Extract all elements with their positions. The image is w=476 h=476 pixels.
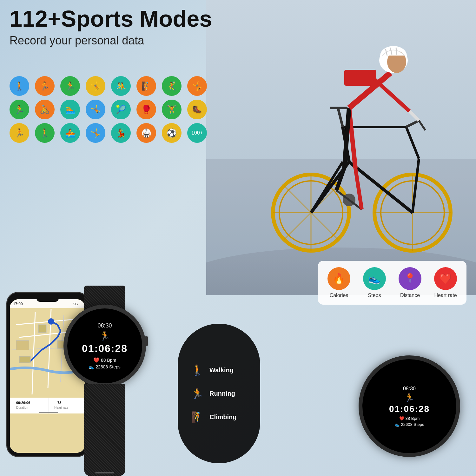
- sport-icon-more: 100+: [187, 123, 207, 143]
- stat-distance: 📍 Distance: [399, 267, 421, 298]
- stat-steps: 👟 Steps: [363, 267, 386, 298]
- watch-steps: 👟 22608 Steps: [89, 364, 121, 369]
- sport-icon-sprint: 🏃: [10, 123, 29, 143]
- sport-icon-flex: 🤸: [86, 100, 105, 119]
- svg-rect-52: [19, 356, 30, 363]
- watch2-bpm-value: 88 Bpm: [406, 416, 420, 421]
- stats-row: 🔥 Calories 👟 Steps 📍 Distance ❤️ Heart r…: [318, 261, 466, 305]
- svg-text:17:00: 17:00: [13, 302, 23, 306]
- activity-running: 🏃 Running: [184, 387, 254, 400]
- activity-walking: 🚶 Walking: [184, 363, 254, 377]
- sport-icon-walk2: 🚶: [35, 123, 55, 143]
- cyclist-photo: [206, 0, 476, 295]
- page-title: 112+Sports Modes: [10, 6, 212, 31]
- sport-icon-run2: 🏃: [10, 100, 29, 119]
- heart-rate-icon-circle: ❤️: [434, 267, 457, 290]
- watch-second-screen: 08:30 🏃 01:06:28 ❤️ 88 Bpm 👟 22608 Steps: [362, 359, 456, 453]
- sport-icon-soccer: ⚽: [162, 123, 182, 143]
- svg-text:Duration: Duration: [16, 406, 28, 409]
- watch2-bpm: ❤️ 88 Bpm: [399, 416, 420, 421]
- sports-icons-grid: 🚶 🏃 🏃 🤸 🤼 🧗 🤾 🤸 🏃 🚴 🏊 🤸 🎾 🥊 🏋️ 🥾 🏃 🚶 🚣 🤸…: [10, 76, 209, 143]
- distance-label: Distance: [400, 293, 420, 298]
- running-label: Running: [209, 390, 235, 397]
- sport-icon-hike: 🥾: [187, 100, 207, 119]
- steps-icon-circle: 👟: [363, 267, 386, 290]
- calories-label: Calories: [330, 293, 348, 298]
- watch-second-case: 08:30 🏃 01:06:28 ❤️ 88 Bpm 👟 22608 Steps: [359, 355, 460, 457]
- watch-bpm: ❤️ 88 Bpm: [93, 357, 116, 363]
- svg-text:00:26:06: 00:26:06: [16, 401, 30, 405]
- watch-duration: 01:06:28: [82, 343, 128, 354]
- watch-band-bottom: [84, 384, 125, 476]
- climbing-icon: 🧗: [190, 410, 204, 424]
- watch2-time: 08:30: [403, 386, 416, 392]
- sport-icon-sport1: 🤾: [162, 76, 182, 96]
- cyclist-svg: [206, 0, 476, 295]
- stat-calories: 🔥 Calories: [327, 267, 350, 298]
- climbing-label: Climbing: [209, 413, 237, 421]
- sport-icon-tennis: 🎾: [111, 100, 131, 119]
- sport-icon-cycling: 🚴: [35, 100, 55, 119]
- watch-second: 08:30 🏃 01:06:28 ❤️ 88 Bpm 👟 22608 Steps: [359, 355, 466, 463]
- sport-icon-row: 🚣: [60, 123, 80, 143]
- watch-steps-value: 22608 Steps: [96, 364, 121, 369]
- watch-screen: 08:30 🏃 01:06:28 ❤️ 88 Bpm 👟 22608 Steps: [67, 308, 142, 383]
- running-icon: 🏃: [190, 387, 204, 400]
- sport-icon-stretch: 🤸: [187, 76, 207, 96]
- watch-bottom-bar: [95, 472, 114, 473]
- sport-icon-jog: 🏃: [60, 76, 80, 96]
- sport-icon-kick: 🥋: [136, 123, 156, 143]
- sport-icon-climb: 🧗: [136, 76, 156, 96]
- sport-icon-weights: 🏋️: [162, 100, 182, 119]
- watch-side-button: [145, 336, 148, 346]
- sport-icon-gym: 🤸: [86, 76, 105, 96]
- watch-main: 08:30 🏃 01:06:28 ❤️ 88 Bpm 👟 22608 Steps: [44, 286, 165, 476]
- sport-icon-walking: 🚶: [10, 76, 29, 96]
- page-subtitle: Record your personal data: [10, 34, 212, 47]
- watch-time: 08:30: [97, 322, 112, 329]
- watch2-steps-value: 22608 Steps: [401, 422, 424, 427]
- calories-icon-circle: 🔥: [327, 267, 350, 290]
- svg-rect-49: [16, 340, 29, 350]
- distance-icon-circle: 📍: [399, 267, 421, 290]
- watch-runner-icon: 🏃: [99, 331, 110, 341]
- sport-icon-martial: 🤼: [111, 76, 131, 96]
- stat-heart-rate: ❤️ Heart rate: [434, 267, 457, 298]
- watch2-duration: 01:06:28: [389, 404, 430, 414]
- sport-icon-dance: 💃: [111, 123, 131, 143]
- steps-label: Steps: [368, 293, 381, 298]
- walking-icon: 🚶: [190, 363, 204, 377]
- watch-case: 08:30 🏃 01:06:28 ❤️ 88 Bpm 👟 22608 Steps: [63, 305, 146, 387]
- watch2-steps: 👟 22608 Steps: [394, 422, 424, 427]
- top-content: 112+Sports Modes Record your personal da…: [10, 6, 212, 47]
- walking-label: Walking: [209, 367, 234, 374]
- heart-rate-label: Heart rate: [434, 293, 457, 298]
- activities-panel: 🚶 Walking 🏃 Running 🧗 Climbing: [178, 324, 260, 463]
- sport-icon-yoga: 🤸: [86, 123, 105, 143]
- sport-icon-box: 🥊: [136, 100, 156, 119]
- watch-bpm-value: 88 Bpm: [101, 358, 116, 363]
- sport-icon-swim: 🏊: [60, 100, 80, 119]
- svg-rect-32: [344, 70, 376, 86]
- watch2-runner-icon: 🏃: [404, 393, 414, 403]
- sport-icon-running: 🏃: [35, 76, 55, 96]
- activity-climbing: 🧗 Climbing: [184, 410, 254, 424]
- svg-line-40: [396, 48, 397, 55]
